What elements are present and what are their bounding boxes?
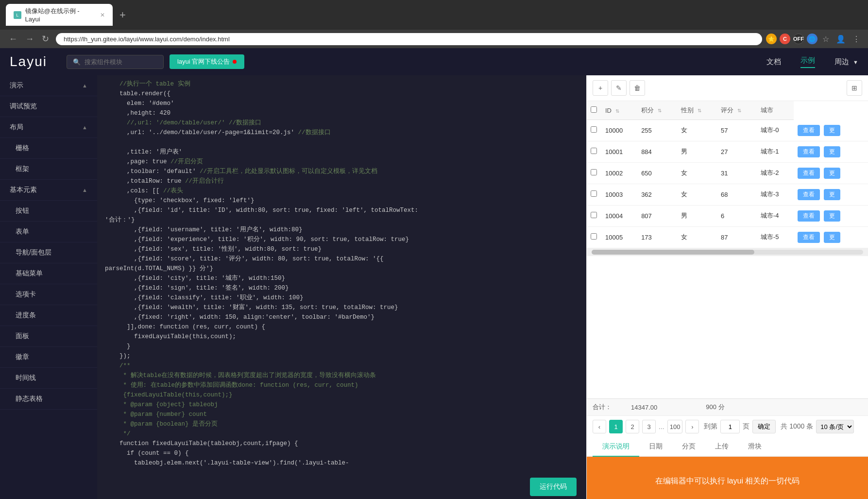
sidebar-item-static-table[interactable]: 静态表格	[0, 389, 97, 410]
sidebar-item-menu[interactable]: 基础菜单	[0, 263, 97, 284]
add-button[interactable]: +	[593, 80, 608, 96]
sidebar-item-nav[interactable]: 导航/面包层	[0, 242, 97, 263]
docs-link[interactable]: 文档	[766, 57, 781, 67]
more-actions-button[interactable]: 更	[824, 210, 840, 222]
sidebar-item-panel[interactable]: 面板	[0, 326, 97, 347]
code-line: ,{field: 'username', title: '用户名', width…	[97, 225, 586, 235]
address-bar[interactable]: https://lh_yun.gitee.io/layui/www.layui.…	[56, 33, 762, 45]
cell-sex: 女	[677, 184, 717, 205]
view-button[interactable]: 查看	[798, 125, 820, 136]
more-actions-button[interactable]: 更	[824, 168, 840, 179]
page-last-button[interactable]: 100	[667, 420, 683, 433]
new-tab-button[interactable]: +	[116, 9, 130, 21]
code-line: ,{field: 'id', title: 'ID', width:80, so…	[97, 206, 586, 215]
more-actions-button[interactable]: 更	[824, 146, 840, 157]
search-box[interactable]: 🔍	[67, 55, 164, 69]
page-1-button[interactable]: 1	[609, 420, 623, 433]
sidebar-item-timeline[interactable]: 时间线	[0, 368, 97, 389]
more-actions-button[interactable]: 更	[824, 232, 840, 243]
sidebar-item-debug[interactable]: 调试预览	[0, 96, 97, 117]
delete-button[interactable]: 🗑	[630, 80, 645, 96]
refresh-button[interactable]: ↻	[39, 33, 52, 45]
view-button[interactable]: 查看	[798, 168, 820, 179]
edit-button[interactable]: ✎	[611, 80, 627, 96]
sidebar-item-tabs[interactable]: 选项卡	[0, 284, 97, 305]
grid-view-button[interactable]: ⊞	[847, 80, 862, 96]
sidebar-item-button[interactable]: 按钮	[0, 201, 97, 222]
sidebar-item-basic[interactable]: 基本元素 ▲	[0, 180, 97, 201]
sort-icon[interactable]: ⇅	[658, 108, 662, 113]
app-wrapper: Layui 🔍 layui 官网下线公告 文档 示例 周边 ▼ 演示 ▲	[0, 48, 868, 499]
announcement-button[interactable]: layui 官网下线公告	[170, 54, 244, 69]
code-line: ,{field: 'sex', title: '性别', width:80, s…	[97, 244, 586, 254]
sidebar-item-demo[interactable]: 演示 ▲	[0, 75, 97, 96]
view-button[interactable]: 查看	[798, 146, 820, 157]
tab-demo-description[interactable]: 演示说明	[593, 437, 639, 457]
cell-score: 884	[637, 141, 677, 162]
browser-tab[interactable]: L 镜像站@在线示例 - Layui ✕	[6, 4, 113, 26]
row-checkbox[interactable]	[591, 169, 597, 175]
row-checkbox[interactable]	[591, 212, 597, 218]
next-page-button[interactable]: ›	[685, 420, 699, 433]
sidebar-item-label: 静态表格	[16, 395, 43, 403]
cell-city: 城市-3	[757, 184, 794, 205]
sidebar-item-label: 基础菜单	[16, 269, 43, 278]
sort-icon[interactable]: ⇅	[698, 108, 701, 113]
cell-city: 城市-4	[757, 205, 794, 226]
code-line: if (count == 0) {	[97, 448, 586, 458]
tab-title: 镜像站@在线示例 - Layui	[25, 7, 94, 23]
code-line: ,{field: 'wealth', title: '财富', width: 1…	[97, 303, 586, 312]
more-actions-button[interactable]: 更	[824, 125, 840, 136]
rating-total: 900 分	[706, 403, 724, 412]
page-size-select[interactable]: 10 条/页 20 条/页 30 条/页	[816, 420, 854, 433]
run-code-button[interactable]: 运行代码	[530, 478, 577, 496]
search-input[interactable]	[85, 58, 153, 66]
around-link[interactable]: 周边 ▼	[834, 57, 858, 67]
tab-date[interactable]: 日期	[639, 437, 672, 457]
header-checkbox-cell	[587, 101, 601, 120]
view-button[interactable]: 查看	[798, 189, 820, 200]
row-checkbox[interactable]	[591, 148, 597, 154]
tab-slider[interactable]: 滑块	[738, 437, 771, 457]
sidebar-item-progress[interactable]: 进度条	[0, 305, 97, 326]
code-line: elem: '#demo'	[97, 99, 586, 108]
prev-page-button[interactable]: ‹	[593, 420, 606, 433]
select-all-checkbox[interactable]	[591, 106, 597, 113]
code-line: */	[97, 429, 586, 439]
more-actions-button[interactable]: 更	[824, 189, 840, 200]
page-3-button[interactable]: 3	[642, 420, 656, 433]
more-button[interactable]: ⋮	[851, 34, 862, 45]
code-line: ,{field: 'sign', title: '签名', width: 200…	[97, 283, 586, 293]
code-panel[interactable]: //执行一个 table 实例 table.render({ elem: '#d…	[97, 75, 586, 499]
code-line: parseInt(d.TOTAL_NUMS) }} 分'}	[97, 264, 586, 274]
account-button[interactable]: 👤	[834, 34, 848, 45]
row-checkbox[interactable]	[591, 126, 597, 133]
bookmark-button[interactable]: ☆	[820, 34, 831, 45]
page-confirm-button[interactable]: 确定	[752, 420, 776, 433]
table-scroll-x[interactable]	[587, 248, 868, 256]
row-checkbox[interactable]	[591, 233, 597, 240]
back-button[interactable]: ←	[6, 33, 20, 45]
table-toolbar: + ✎ 🗑 ⊞	[587, 75, 868, 101]
sidebar-item-grid[interactable]: 栅格	[0, 138, 97, 159]
view-button[interactable]: 查看	[798, 210, 820, 222]
row-checkbox[interactable]	[591, 190, 597, 197]
tab-pagination[interactable]: 分页	[672, 437, 705, 457]
sidebar-item-layout[interactable]: 布局 ▲	[0, 117, 97, 138]
cell-rating: 6	[717, 205, 757, 226]
dropdown-arrow-icon: ▼	[853, 59, 858, 65]
table-scroll-wrapper[interactable]: ID ⇅ 积分 ⇅ 性别	[587, 101, 868, 398]
examples-link[interactable]: 示例	[800, 56, 815, 68]
sidebar-item-badge[interactable]: 徽章	[0, 347, 97, 368]
sort-icon[interactable]: ⇅	[615, 108, 619, 114]
page-input[interactable]	[720, 420, 740, 433]
sidebar-item-form[interactable]: 表单	[0, 222, 97, 242]
table-row: 10003 362 女 68 城市-3 查看 更	[587, 184, 868, 205]
tab-close-button[interactable]: ✕	[100, 12, 105, 18]
forward-button[interactable]: →	[22, 33, 37, 45]
sort-icon[interactable]: ⇅	[737, 108, 741, 113]
view-button[interactable]: 查看	[798, 232, 820, 243]
page-2-button[interactable]: 2	[626, 420, 639, 433]
tab-upload[interactable]: 上传	[705, 437, 738, 457]
sidebar-item-frame[interactable]: 框架	[0, 159, 97, 180]
